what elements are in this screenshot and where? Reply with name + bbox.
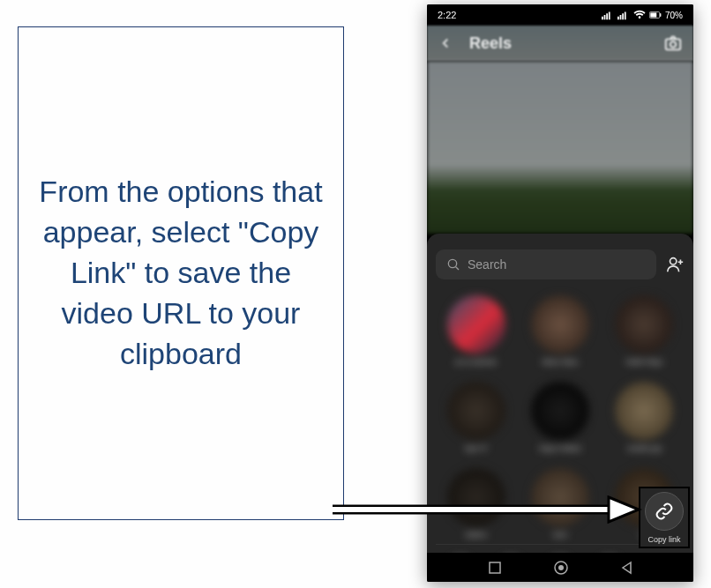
nav-recents-icon[interactable]: [488, 561, 502, 575]
avatar: [531, 295, 589, 354]
status-icons: 70%: [602, 10, 683, 20]
svg-rect-1: [604, 15, 606, 19]
svg-rect-4: [617, 17, 619, 20]
contact-item[interactable]: pt ss asshole: [439, 295, 513, 366]
svg-rect-10: [660, 13, 661, 17]
contact-item[interactable]: Ange Onilkan: [523, 382, 596, 452]
svg-point-13: [448, 259, 456, 267]
contact-item[interactable]: Joselle gny: [608, 382, 681, 452]
battery-icon: [649, 10, 662, 20]
svg-rect-2: [606, 13, 608, 19]
svg-rect-3: [609, 12, 610, 20]
svg-rect-9: [650, 12, 656, 17]
svg-point-22: [558, 565, 564, 570]
avatar: [531, 382, 589, 440]
video-content: [427, 61, 693, 234]
contact-label: Ange Onilkan: [539, 444, 581, 452]
instruction-panel: From the options that appear, select "Co…: [18, 26, 344, 520]
svg-point-14: [670, 258, 677, 264]
svg-rect-11: [666, 39, 681, 49]
nav-home-icon[interactable]: [553, 560, 569, 576]
page-title: Reels: [469, 34, 512, 53]
search-placeholder: Search: [468, 257, 506, 272]
contact-label: Adm: [553, 531, 567, 539]
pointer-arrow: [328, 495, 646, 524]
search-icon: [446, 257, 460, 272]
avatar: [447, 295, 505, 354]
search-input[interactable]: Search: [436, 249, 656, 279]
svg-point-12: [670, 41, 676, 47]
avatar: [447, 382, 505, 440]
contact-label: Adithm: [465, 531, 487, 539]
contact-item[interactable]: Manu Nasu: [523, 295, 596, 366]
contact-label: Ayer Pi: [465, 444, 488, 452]
status-time: 2:22: [438, 10, 456, 20]
status-bar: 2:22 70%: [427, 4, 693, 26]
contact-label: pt ss asshole: [455, 358, 497, 366]
svg-rect-7: [625, 12, 626, 20]
svg-rect-0: [602, 17, 603, 20]
contact-item[interactable]: Ayer Pi: [439, 382, 513, 452]
reels-header: Reels: [427, 26, 693, 61]
svg-rect-5: [620, 15, 622, 19]
svg-rect-20: [490, 562, 500, 573]
add-person-icon[interactable]: [665, 255, 685, 274]
contact-label: Harith Rayu: [625, 358, 662, 366]
instruction-text: From the options that appear, select "Co…: [36, 172, 326, 374]
contact-item[interactable]: Harith Rayu: [608, 295, 681, 366]
android-nav-bar: [427, 553, 693, 582]
camera-icon[interactable]: [663, 33, 683, 53]
battery-percent: 70%: [665, 11, 683, 20]
avatar: [615, 382, 673, 440]
wifi-icon: [633, 10, 646, 20]
svg-rect-6: [622, 13, 624, 19]
nav-back-icon[interactable]: [620, 561, 632, 575]
back-icon[interactable]: [438, 35, 453, 51]
signal-icon: [617, 10, 630, 20]
signal-icon: [602, 10, 614, 20]
action-label: Copy link: [647, 535, 680, 544]
copy-link-button[interactable]: Copy link: [639, 487, 690, 548]
contact-label: Manu Nasu: [543, 358, 579, 366]
contact-label: Joselle gny: [626, 444, 662, 452]
avatar: [615, 295, 673, 354]
link-icon: [655, 502, 674, 521]
